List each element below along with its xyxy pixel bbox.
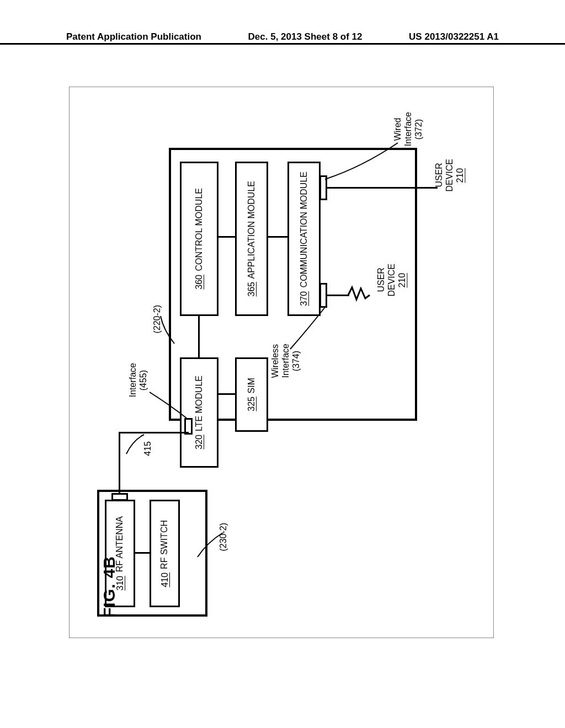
wired-interface-label: Wired Interface (372): [392, 112, 424, 146]
lte-module-ref: 320: [194, 435, 204, 449]
rf-switch-ref: 410: [160, 572, 170, 587]
wire-rfant-rfswitch: [135, 552, 150, 554]
page: Patent Application Publication Dec. 5, 2…: [0, 0, 565, 728]
wire-lte-sim: [218, 393, 235, 395]
user-device-lower-ref: 210: [397, 272, 407, 287]
wire-ctrl-app: [218, 236, 235, 238]
wire-lte-control: [198, 316, 200, 357]
wireless-iface-text: Wireless Interface: [270, 344, 290, 378]
communication-module-ref: 370: [299, 291, 309, 306]
user-device-upper-text: USER DEVICE: [434, 159, 454, 192]
user-device-upper: USER DEVICE 210: [434, 159, 466, 192]
rf-switch-box: RF SWITCH 410: [150, 500, 180, 607]
indoor-ref-label: (220-2): [152, 305, 162, 334]
interface-text: Interface: [128, 363, 137, 397]
sim-box: SIM 325: [235, 357, 268, 432]
wire-cable-vert: [119, 433, 120, 493]
leader-372: [323, 140, 401, 184]
application-module-ref: 365: [247, 282, 257, 297]
wire-wired-out: [327, 187, 438, 189]
leader-455: [147, 388, 191, 421]
header-right: US 2013/0322251 A1: [409, 31, 499, 42]
interface-ref: (455): [138, 370, 148, 390]
rf-switch-label: RF SWITCH: [159, 520, 170, 569]
outdoor-ref-label: (230-2): [218, 523, 228, 552]
figure-label: FIG. 4B: [100, 556, 119, 618]
lte-module-label: LTE MODULE: [194, 376, 205, 431]
user-device-lower: USER DEVICE 210: [376, 264, 408, 297]
application-module-label: APPLICATION MODULE: [246, 181, 258, 279]
sim-ref: 325: [247, 397, 257, 411]
cable-ref-label: 415: [143, 441, 153, 456]
control-module-label: CONTROL MODULE: [194, 188, 205, 271]
header-left: Patent Application Publication: [66, 31, 201, 42]
interface-455-label: Interface (455): [127, 363, 148, 397]
wireless-interface-label: Wireless Interface (374): [270, 344, 302, 378]
sim-label: SIM: [246, 378, 258, 393]
wire-app-comm: [268, 236, 287, 238]
wireless-interface-port: [319, 283, 327, 308]
user-device-upper-ref: 210: [455, 168, 465, 183]
application-module-box: APPLICATION MODULE 365: [235, 162, 268, 316]
wireless-icon: [345, 283, 373, 308]
diagram-frame: RF ANTENNA 310 RF SWITCH 410 LTE MODULE …: [69, 87, 494, 638]
page-header: Patent Application Publication Dec. 5, 2…: [0, 43, 565, 56]
wired-iface-text: Wired Interface: [393, 112, 413, 146]
wired-iface-ref: (372): [414, 119, 423, 139]
control-module-ref: 360: [194, 275, 204, 290]
diagram: RF ANTENNA 310 RF SWITCH 410 LTE MODULE …: [70, 87, 493, 638]
communication-module-box: COMMUNICATION MODULE 370: [287, 162, 321, 316]
wireless-iface-ref: (374): [291, 350, 301, 371]
header-center: Dec. 5, 2013 Sheet 8 of 12: [248, 31, 363, 42]
control-module-box: CONTROL MODULE 360: [180, 162, 218, 316]
outdoor-port: [111, 493, 128, 501]
communication-module-label: COMMUNICATION MODULE: [299, 172, 310, 287]
user-device-lower-text: USER DEVICE: [376, 264, 396, 297]
